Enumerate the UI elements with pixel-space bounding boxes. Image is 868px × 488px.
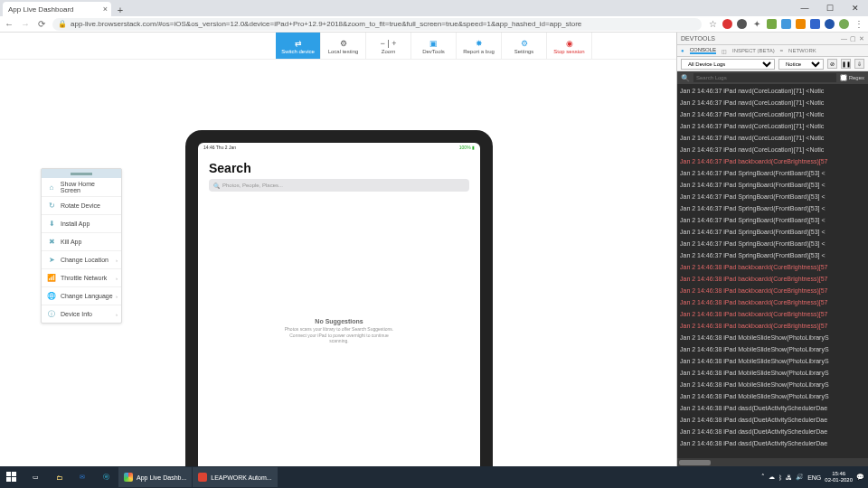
nav-reload-icon[interactable]: ⟳ [36,19,47,30]
devtools-tab-network[interactable]: NETWORK [788,48,816,53]
clear-button[interactable]: ⊘ [827,59,837,69]
window-minimize[interactable]: — [792,0,817,16]
local-testing-button[interactable]: ⚙ Local testing [321,33,366,59]
start-button[interactable] [0,466,24,488]
tray-cloud-icon[interactable]: ☁ [769,474,775,481]
sidebar-item-0[interactable]: ⌂Show Home Screen [42,178,121,196]
sidebar-icon: ↻ [47,202,56,211]
status-right: 100% ▮ [459,145,475,150]
status-left: 14:46 Thu 2 Jan [203,145,236,150]
ext-icon[interactable] [737,19,747,29]
ext-icon[interactable] [810,19,820,29]
ext-icon[interactable] [722,19,732,29]
log-line: Jan 2 14:46:38 iPad MobileSlideShow(Phot… [677,355,868,367]
devtools-minimize-icon[interactable]: — [841,35,847,42]
sidebar-label: Throttle Network [61,275,107,281]
svg-rect-0 [6,472,11,476]
tray-notif-icon[interactable]: 💬 [856,474,864,481]
regex-checkbox[interactable] [840,74,847,81]
search-field[interactable]: 🔍 Photos, People, Places... [209,179,469,192]
tray-bt-icon[interactable]: ᛒ [778,474,782,481]
label: Settings [514,49,534,54]
taskbar-app-chrome[interactable]: App Live Dashb... [118,467,192,487]
log-line: Jan 2 14:46:38 iPad dasd(DuetActivitySch… [677,414,868,426]
menu-icon[interactable]: ⋮ [854,19,864,30]
sidebar-label: Install App [61,221,90,227]
horizontal-scrollbar[interactable] [677,458,868,466]
star-icon[interactable]: ☆ [707,19,718,30]
sidebar-item-2[interactable]: ⬇Install App [42,214,121,232]
ext-icon[interactable] [796,19,806,29]
label: DevTools [422,49,445,54]
avatar-icon[interactable] [839,19,849,29]
nav-back-icon[interactable]: ← [4,19,14,30]
sidebar-icon: ⌂ [47,183,56,192]
download-button[interactable]: ⇩ [854,59,864,69]
tray-clock[interactable]: 15:46 02-01-2020 [825,471,853,483]
log-line: Jan 2 14:46:37 iPad SpringBoard(FrontBoa… [677,249,868,261]
browser-tab[interactable]: App Live Dashboard × [3,2,111,16]
network-icon: ≈ [780,48,783,53]
new-tab-button[interactable]: + [114,4,127,16]
level-filter-select[interactable]: Notice [778,59,824,70]
task-view-icon[interactable]: ▭ [24,466,47,488]
devtools-icon: ▣ [429,38,438,49]
nosugg-text: Photos scans your library to offer Searc… [209,326,469,344]
omnibox[interactable]: 🔒 app-live.browserstack.com/#os=iOS&os_v… [52,18,702,31]
chevron-right-icon: › [116,258,118,263]
log-line: Jan 2 14:46:37 iPad SpringBoard(FrontBoa… [677,167,868,179]
switch-device-button[interactable]: ⇄ Switch device [276,33,321,59]
sidebar-item-3[interactable]: ✖Kill App [42,232,121,250]
sidebar-icon: 📶 [47,274,56,283]
log-line: Jan 2 14:46:37 iPad navd(CoreLocation)[7… [677,132,868,144]
sidebar-item-6[interactable]: 🌐Change Language› [42,286,121,305]
devtools-popout-icon[interactable]: ▢ [850,35,856,42]
log-search-input[interactable] [693,73,836,82]
devtools-tab-inspect[interactable]: INSPECT (BETA) [732,48,775,53]
ext-icon[interactable]: ✦ [751,19,762,30]
tab-title: App Live Dashboard [8,5,74,14]
sidebar-handle[interactable] [42,169,121,178]
report-bug-button[interactable]: ✸ Report a bug [457,33,502,59]
device-filter-select[interactable]: All Device Logs [681,59,775,70]
svg-rect-2 [6,477,11,482]
sidebar-item-5[interactable]: 📶Throttle Network› [42,268,121,286]
sidebar-item-4[interactable]: ➤Change Location› [42,250,121,268]
stop-session-button[interactable]: ◉ Stop session [547,33,592,59]
tray-lang[interactable]: ENG [807,474,821,481]
log-line: Jan 2 14:46:38 iPad backboardd(CoreBrigh… [677,285,868,296]
log-line: Jan 2 14:46:38 iPad dasd(DuetActivitySch… [677,426,868,437]
tray-vol-icon[interactable]: 🔊 [796,474,804,481]
log-output[interactable]: Jan 2 14:46:37 iPad navd(CoreLocation)[7… [677,84,868,458]
zoom-button[interactable]: − | + Zoom [366,33,411,59]
sidebar-label: Change Language [61,293,113,299]
ie-icon[interactable]: ⓔ [94,466,118,488]
sidebar-item-7[interactable]: ⓘDevice Info› [42,305,121,323]
inspect-icon: ◫ [722,48,727,54]
ipad-screen[interactable]: 14:46 Thu 2 Jan 100% ▮ Search 🔍 Photos, … [198,143,480,488]
log-line: Jan 2 14:46:37 iPad navd(CoreLocation)[7… [677,97,868,108]
sidebar-item-1[interactable]: ↻Rotate Device [42,196,121,214]
tab-close-icon[interactable]: × [103,5,108,14]
regex-toggle[interactable]: Regex [840,74,864,81]
system-tray: ˄ ☁ ᛒ 🖧 🔊 ENG 15:46 02-01-2020 💬 [761,471,868,483]
devtools-close-icon[interactable]: ✕ [859,35,864,42]
extension-icons: ☆ ✦ ⋮ [707,19,864,30]
settings-button[interactable]: ⚙ Settings [502,33,547,59]
window-maximize[interactable]: ☐ [817,0,843,16]
log-line: Jan 2 14:46:37 iPad SpringBoard(FrontBoa… [677,238,868,249]
chevron-right-icon: › [116,294,118,299]
tray-chevron-icon[interactable]: ˄ [761,474,765,481]
ext-icon[interactable] [825,19,835,29]
ext-icon[interactable] [767,19,777,29]
devtools-button[interactable]: ▣ DevTools [411,33,457,59]
devtools-tab-console[interactable]: CONSOLE [690,47,716,54]
window-close[interactable]: ✕ [843,0,868,16]
outlook-icon[interactable]: ✉ [71,466,94,488]
explorer-icon[interactable]: 🗀 [47,466,71,488]
taskbar-app-leapwork[interactable]: LEAPWORK Autom... [193,467,277,487]
pause-button[interactable]: ❚❚ [841,59,851,69]
tray-net-icon[interactable]: 🖧 [786,474,792,481]
ext-icon[interactable] [781,19,791,29]
nav-forward-icon[interactable]: → [20,19,31,30]
